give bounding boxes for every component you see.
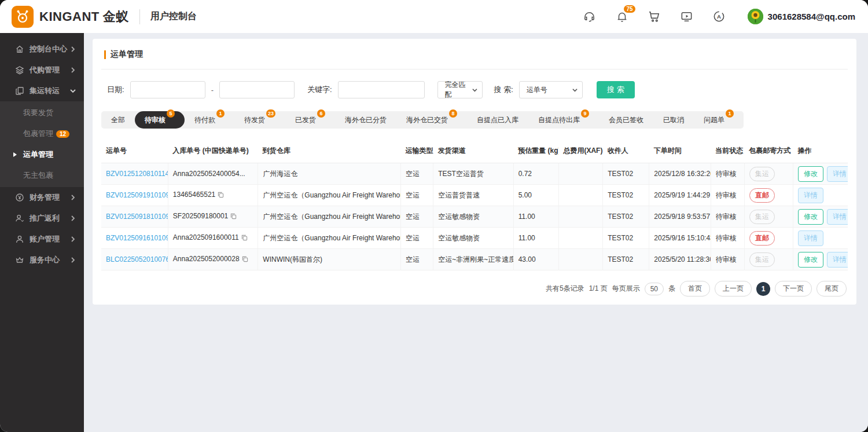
- sidebar-item-label: 集运转运: [30, 86, 60, 96]
- channel: 空运~非洲刚果~正常速度: [438, 255, 513, 263]
- per-page-select[interactable]: 50: [645, 283, 664, 295]
- mail-method-pill: 直邮: [749, 188, 775, 203]
- search-by-label: 搜 索:: [494, 85, 513, 95]
- col-inbound-no: 入库单号 (中国快递单号): [168, 140, 258, 163]
- col-channel: 发货渠道: [433, 140, 513, 163]
- tab-all[interactable]: 全部: [101, 111, 135, 129]
- sidebar-item-referral[interactable]: 推广返利: [0, 208, 84, 229]
- filter-bar: 日期: - 关键字: 完全匹配 搜 索: 运单号 搜 索: [101, 81, 848, 98]
- warehouse: WINWIN(韩国首尔): [263, 255, 322, 263]
- language-icon[interactable]: A: [712, 9, 727, 24]
- sidebar-subitem-ship[interactable]: 我要发货: [0, 102, 84, 123]
- yen-circle-icon: [14, 193, 24, 203]
- channel: 空运普货普速: [438, 191, 480, 199]
- warehouse: 广州海运仓: [263, 170, 297, 178]
- sidebar-subitem-label: 包裹管理: [23, 129, 53, 139]
- date-range-separator: -: [211, 86, 214, 94]
- order-time: 2025/9/16 15:10:43: [654, 234, 711, 242]
- current-page[interactable]: 1: [756, 282, 770, 296]
- match-mode-select[interactable]: 完全匹配: [437, 81, 483, 98]
- sidebar-subitem-label: 我要发货: [23, 108, 53, 118]
- chevron-right-icon: [70, 195, 76, 200]
- edit-button[interactable]: 修改: [798, 209, 823, 225]
- waybill-link[interactable]: BZV01250916101093: [106, 234, 168, 242]
- edit-button[interactable]: 修改: [798, 252, 823, 268]
- detail-button[interactable]: 详情: [827, 209, 848, 225]
- copy-icon[interactable]: [242, 256, 248, 264]
- col-mail-method: 包裹邮寄方式: [744, 140, 793, 163]
- last-page-button[interactable]: 尾页: [816, 281, 847, 296]
- waybill-link[interactable]: BLC02250520100761: [106, 255, 168, 263]
- warehouse: 广州空运仓（Guangzhou Air Freight Warehouse）: [263, 191, 400, 199]
- copy-icon[interactable]: [241, 235, 248, 243]
- tab-pending-payment[interactable]: 待付款1: [185, 111, 234, 129]
- copy-icon[interactable]: [218, 192, 224, 200]
- detail-button[interactable]: 详情: [798, 230, 823, 246]
- date-end-input[interactable]: [219, 81, 295, 98]
- user-account[interactable]: 3061628584@qq.com: [748, 9, 855, 24]
- warehouse: 广州空运仓（Guangzhou Air Freight Warehouse）: [263, 213, 400, 221]
- prev-page-button[interactable]: 上一页: [715, 281, 752, 296]
- first-page-button[interactable]: 首页: [680, 281, 710, 296]
- detail-button[interactable]: 详情: [798, 188, 823, 203]
- table-row: BZV01250918101096 SF202509180001 广州空运仓（G…: [101, 206, 848, 228]
- sidebar-item-account[interactable]: 账户管理: [0, 229, 84, 250]
- sidebar-item-service[interactable]: 服务中心: [0, 250, 84, 270]
- waybill-link[interactable]: BZV01250918101096: [106, 213, 168, 221]
- page-title: 运单管理: [111, 49, 143, 60]
- recipient: TEST02: [608, 170, 633, 178]
- tab-overseas-delivered[interactable]: 海外仓已交货8: [396, 111, 467, 129]
- tab-badge: 1: [216, 109, 225, 118]
- tab-cancelled[interactable]: 已取消: [653, 111, 694, 129]
- support-icon[interactable]: [582, 9, 597, 24]
- tab-pending-review[interactable]: 待审核5: [135, 111, 185, 129]
- tab-pickup-inbound[interactable]: 自提点已入库: [467, 111, 528, 129]
- brand-logo-icon[interactable]: [12, 6, 34, 28]
- sidebar-submenu: 我要发货 包裹管理 12 运单管理 无主包裹: [0, 101, 84, 187]
- table-row: BZV01250919101098 13465465521 广州空运仓（Guan…: [101, 185, 848, 206]
- tab-pickup-outbound[interactable]: 自提点待出库9: [528, 111, 599, 129]
- tab-badge: 1: [726, 109, 734, 118]
- tab-signed[interactable]: 会员已签收: [599, 111, 653, 129]
- sidebar-subitem-unclaimed[interactable]: 无主包裹: [0, 165, 84, 186]
- search-button[interactable]: 搜 索: [597, 81, 635, 98]
- title-accent-bar: [104, 50, 106, 59]
- sidebar-item-label: 推广返利: [30, 213, 60, 224]
- sidebar-item-label: 代购管理: [30, 65, 60, 75]
- main-content: 运单管理 日期: - 关键字: 完全匹配 搜 索: 运单号: [84, 33, 868, 432]
- transport-type: 空运: [406, 191, 420, 199]
- sidebar-subitem-packages[interactable]: 包裹管理 12: [0, 123, 84, 144]
- waybill-link[interactable]: BZV01251208101142: [106, 170, 168, 178]
- next-page-button[interactable]: 下一页: [775, 281, 812, 296]
- tab-overseas-sorted[interactable]: 海外仓已分货: [335, 111, 396, 129]
- notifications-bell-icon[interactable]: 75: [615, 9, 630, 24]
- weight: 0.72: [518, 170, 532, 178]
- video-tutorial-icon[interactable]: [679, 9, 694, 24]
- sidebar-item-finance[interactable]: 财务管理: [0, 187, 84, 208]
- edit-button[interactable]: 修改: [798, 166, 823, 182]
- waybill-link[interactable]: BZV01250919101098: [106, 191, 168, 199]
- brand-name: KINGANT: [39, 9, 100, 24]
- console-title: 用户控制台: [150, 10, 197, 23]
- tab-problem[interactable]: 问题单1: [694, 111, 744, 129]
- tab-shipped[interactable]: 已发货6: [285, 111, 335, 129]
- keyword-input[interactable]: [338, 81, 425, 98]
- tab-to-ship[interactable]: 待发货23: [234, 111, 285, 129]
- col-recipient: 收件人: [603, 140, 649, 163]
- sidebar-subitem-waybills[interactable]: 运单管理: [0, 144, 84, 165]
- cart-icon[interactable]: [647, 9, 662, 24]
- detail-button[interactable]: 详情: [827, 252, 848, 268]
- sidebar-item-console-center[interactable]: 控制台中心: [0, 39, 84, 60]
- col-order-time: 下单时间: [649, 140, 711, 163]
- status-tabs: 全部 待审核5 待付款1 待发货23 已发货6 海外仓已分货 海外仓已交货8 自…: [101, 111, 744, 129]
- package-count-badge: 12: [56, 130, 69, 138]
- detail-button[interactable]: 详情: [827, 166, 848, 182]
- copy-icon[interactable]: [230, 213, 237, 221]
- search-type-select[interactable]: 运单号: [519, 81, 583, 98]
- sidebar-item-purchasing[interactable]: 代购管理: [0, 60, 84, 80]
- col-transport-type: 运输类型: [401, 140, 433, 163]
- chevron-right-icon: [70, 215, 76, 221]
- date-start-input[interactable]: [130, 81, 205, 98]
- sidebar-item-consolidation[interactable]: 集运转运: [0, 80, 84, 101]
- status: 待审核: [716, 234, 737, 242]
